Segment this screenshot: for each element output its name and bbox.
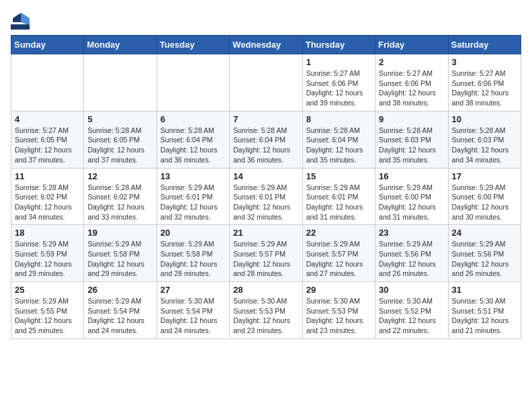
calendar-day-cell: 8Sunrise: 5:28 AM Sunset: 6:04 PM Daylig… [302, 111, 375, 168]
day-number: 23 [379, 228, 444, 238]
day-number: 11 [15, 171, 80, 181]
day-info: Sunrise: 5:28 AM Sunset: 6:02 PM Dayligh… [87, 183, 152, 222]
calendar-day-cell: 31Sunrise: 5:30 AM Sunset: 5:51 PM Dayli… [448, 282, 521, 339]
calendar-week-row: 4Sunrise: 5:27 AM Sunset: 6:05 PM Daylig… [11, 111, 521, 168]
calendar-day-cell: 13Sunrise: 5:29 AM Sunset: 6:01 PM Dayli… [157, 168, 229, 225]
day-number: 31 [452, 285, 517, 295]
calendar-day-cell: 5Sunrise: 5:28 AM Sunset: 6:05 PM Daylig… [84, 111, 157, 168]
calendar-day-cell: 20Sunrise: 5:29 AM Sunset: 5:58 PM Dayli… [157, 225, 229, 282]
day-info: Sunrise: 5:29 AM Sunset: 6:00 PM Dayligh… [379, 183, 444, 222]
day-info: Sunrise: 5:27 AM Sunset: 6:06 PM Dayligh… [306, 68, 371, 108]
calendar-day-header: Friday [375, 36, 448, 54]
day-number: 12 [87, 171, 152, 181]
calendar-week-row: 11Sunrise: 5:28 AM Sunset: 6:02 PM Dayli… [11, 168, 521, 225]
calendar-day-header: Wednesday [230, 36, 302, 54]
day-info: Sunrise: 5:29 AM Sunset: 5:55 PM Dayligh… [15, 296, 80, 336]
day-number: 18 [15, 228, 80, 238]
calendar-header-row: SundayMondayTuesdayWednesdayThursdayFrid… [11, 36, 521, 54]
calendar-week-row: 18Sunrise: 5:29 AM Sunset: 5:59 PM Dayli… [11, 225, 521, 282]
calendar-day-cell: 2Sunrise: 5:27 AM Sunset: 6:06 PM Daylig… [375, 54, 448, 111]
page-header [11, 11, 521, 30]
day-number: 19 [87, 228, 152, 238]
day-info: Sunrise: 5:29 AM Sunset: 5:54 PM Dayligh… [87, 296, 152, 336]
day-number: 10 [452, 114, 517, 124]
calendar-day-cell: 9Sunrise: 5:28 AM Sunset: 6:03 PM Daylig… [375, 111, 448, 168]
day-info: Sunrise: 5:29 AM Sunset: 6:01 PM Dayligh… [161, 183, 226, 222]
day-info: Sunrise: 5:28 AM Sunset: 6:05 PM Dayligh… [87, 126, 152, 165]
day-info: Sunrise: 5:28 AM Sunset: 6:03 PM Dayligh… [379, 126, 444, 165]
day-info: Sunrise: 5:27 AM Sunset: 6:06 PM Dayligh… [452, 68, 517, 108]
day-info: Sunrise: 5:29 AM Sunset: 6:00 PM Dayligh… [452, 183, 517, 222]
day-info: Sunrise: 5:28 AM Sunset: 6:03 PM Dayligh… [452, 126, 517, 165]
calendar-day-cell: 14Sunrise: 5:29 AM Sunset: 6:01 PM Dayli… [230, 168, 302, 225]
day-info: Sunrise: 5:29 AM Sunset: 6:01 PM Dayligh… [306, 183, 371, 222]
calendar-day-cell: 30Sunrise: 5:30 AM Sunset: 5:52 PM Dayli… [375, 282, 448, 339]
calendar-day-cell: 25Sunrise: 5:29 AM Sunset: 5:55 PM Dayli… [11, 282, 84, 339]
calendar-day-cell [157, 54, 229, 111]
day-number: 3 [452, 57, 517, 67]
calendar-day-cell: 6Sunrise: 5:28 AM Sunset: 6:04 PM Daylig… [157, 111, 229, 168]
calendar-day-cell: 12Sunrise: 5:28 AM Sunset: 6:02 PM Dayli… [84, 168, 157, 225]
calendar-day-cell: 4Sunrise: 5:27 AM Sunset: 6:05 PM Daylig… [11, 111, 84, 168]
day-number: 28 [233, 285, 298, 295]
calendar-day-cell: 7Sunrise: 5:28 AM Sunset: 6:04 PM Daylig… [230, 111, 302, 168]
logo [11, 11, 32, 30]
day-info: Sunrise: 5:28 AM Sunset: 6:04 PM Dayligh… [161, 126, 226, 165]
day-info: Sunrise: 5:28 AM Sunset: 6:02 PM Dayligh… [15, 183, 80, 222]
day-number: 20 [161, 228, 226, 238]
day-number: 29 [306, 285, 371, 295]
calendar-day-header: Thursday [302, 36, 375, 54]
calendar-day-header: Sunday [11, 36, 84, 54]
calendar-day-cell: 29Sunrise: 5:30 AM Sunset: 5:53 PM Dayli… [302, 282, 375, 339]
day-number: 27 [161, 285, 226, 295]
day-number: 2 [379, 57, 444, 67]
calendar-day-cell: 18Sunrise: 5:29 AM Sunset: 5:59 PM Dayli… [11, 225, 84, 282]
day-number: 25 [15, 285, 80, 295]
day-info: Sunrise: 5:27 AM Sunset: 6:06 PM Dayligh… [379, 68, 444, 108]
calendar-day-header: Monday [84, 36, 157, 54]
day-number: 24 [452, 228, 517, 238]
day-info: Sunrise: 5:29 AM Sunset: 5:58 PM Dayligh… [161, 239, 226, 279]
day-number: 14 [233, 171, 298, 181]
day-info: Sunrise: 5:29 AM Sunset: 5:56 PM Dayligh… [379, 239, 444, 279]
logo-icon [11, 11, 30, 30]
calendar-day-cell: 21Sunrise: 5:29 AM Sunset: 5:57 PM Dayli… [230, 225, 302, 282]
day-info: Sunrise: 5:30 AM Sunset: 5:54 PM Dayligh… [161, 296, 226, 336]
day-info: Sunrise: 5:29 AM Sunset: 5:57 PM Dayligh… [233, 239, 298, 279]
day-number: 26 [87, 285, 152, 295]
calendar-day-cell: 10Sunrise: 5:28 AM Sunset: 6:03 PM Dayli… [448, 111, 521, 168]
day-number: 4 [15, 114, 80, 124]
day-number: 21 [233, 228, 298, 238]
day-info: Sunrise: 5:30 AM Sunset: 5:51 PM Dayligh… [452, 296, 517, 336]
calendar-day-cell: 22Sunrise: 5:29 AM Sunset: 5:57 PM Dayli… [302, 225, 375, 282]
calendar-day-cell: 27Sunrise: 5:30 AM Sunset: 5:54 PM Dayli… [157, 282, 229, 339]
day-info: Sunrise: 5:30 AM Sunset: 5:52 PM Dayligh… [379, 296, 444, 336]
day-number: 30 [379, 285, 444, 295]
calendar-day-cell: 17Sunrise: 5:29 AM Sunset: 6:00 PM Dayli… [448, 168, 521, 225]
day-info: Sunrise: 5:30 AM Sunset: 5:53 PM Dayligh… [233, 296, 298, 336]
calendar-day-cell: 19Sunrise: 5:29 AM Sunset: 5:58 PM Dayli… [84, 225, 157, 282]
day-number: 15 [306, 171, 371, 181]
day-info: Sunrise: 5:29 AM Sunset: 5:58 PM Dayligh… [87, 239, 152, 279]
day-info: Sunrise: 5:29 AM Sunset: 5:57 PM Dayligh… [306, 239, 371, 279]
calendar-day-cell: 1Sunrise: 5:27 AM Sunset: 6:06 PM Daylig… [302, 54, 375, 111]
calendar-table: SundayMondayTuesdayWednesdayThursdayFrid… [11, 35, 521, 339]
day-number: 8 [306, 114, 371, 124]
calendar-day-cell: 3Sunrise: 5:27 AM Sunset: 6:06 PM Daylig… [448, 54, 521, 111]
calendar-day-cell: 16Sunrise: 5:29 AM Sunset: 6:00 PM Dayli… [375, 168, 448, 225]
day-number: 22 [306, 228, 371, 238]
calendar-day-cell: 11Sunrise: 5:28 AM Sunset: 6:02 PM Dayli… [11, 168, 84, 225]
svg-rect-3 [11, 24, 30, 30]
day-info: Sunrise: 5:29 AM Sunset: 5:59 PM Dayligh… [15, 239, 80, 279]
calendar-day-cell: 26Sunrise: 5:29 AM Sunset: 5:54 PM Dayli… [84, 282, 157, 339]
calendar-day-cell: 15Sunrise: 5:29 AM Sunset: 6:01 PM Dayli… [302, 168, 375, 225]
calendar-day-cell: 24Sunrise: 5:29 AM Sunset: 5:56 PM Dayli… [448, 225, 521, 282]
day-number: 16 [379, 171, 444, 181]
calendar-day-cell: 23Sunrise: 5:29 AM Sunset: 5:56 PM Dayli… [375, 225, 448, 282]
day-number: 1 [306, 57, 371, 67]
calendar-day-cell [230, 54, 302, 111]
day-number: 13 [161, 171, 226, 181]
day-info: Sunrise: 5:28 AM Sunset: 6:04 PM Dayligh… [306, 126, 371, 165]
day-info: Sunrise: 5:30 AM Sunset: 5:53 PM Dayligh… [306, 296, 371, 336]
day-number: 6 [161, 114, 226, 124]
